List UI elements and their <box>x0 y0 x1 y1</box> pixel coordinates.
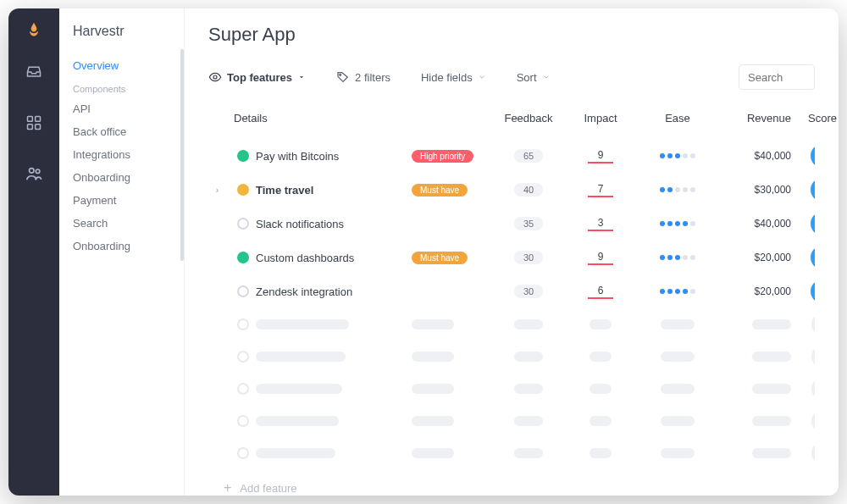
skeleton-row <box>208 308 815 341</box>
logo-icon[interactable] <box>25 20 43 39</box>
priority-tag: Must have <box>412 252 468 264</box>
add-feature-label: Add feature <box>240 482 296 495</box>
status-dot <box>237 252 249 263</box>
feedback-count: 65 <box>514 149 543 163</box>
revenue-value: $40,000 <box>718 150 791 162</box>
score-badge: 79 <box>811 246 815 269</box>
ease-rating <box>660 289 695 294</box>
skeleton-row <box>208 373 815 405</box>
search-box <box>739 64 815 90</box>
hide-fields-button[interactable]: Hide fields <box>421 71 486 84</box>
ease-rating <box>660 187 695 192</box>
col-feedback: Feedback <box>498 112 559 125</box>
table-header: Details Feedback Impact Ease Revenue Sco… <box>208 102 815 134</box>
status-dot <box>237 184 249 196</box>
status-dot <box>237 285 249 297</box>
table-row[interactable]: Pay with BitcoinsHigh priority659$40,000… <box>208 139 815 173</box>
sort-label: Sort <box>517 71 537 84</box>
score-badge: 84 <box>811 212 815 235</box>
nav-item[interactable]: Onboarding <box>59 235 184 258</box>
search-input[interactable] <box>739 64 815 90</box>
main-area: Super App Top features 2 filters Hide fi… <box>185 8 839 496</box>
filters-label: 2 filters <box>355 71 390 84</box>
svg-point-7 <box>340 74 341 75</box>
score-badge: 90 <box>811 178 815 202</box>
svg-point-6 <box>213 75 217 79</box>
svg-rect-0 <box>28 117 33 122</box>
app-frame: Harvestr Overview Components APIBack off… <box>8 8 839 496</box>
sidebar: Harvestr Overview Components APIBack off… <box>59 8 185 496</box>
table-row[interactable]: Zendesk integration306$20,00070 <box>208 274 815 308</box>
col-revenue: Revenue <box>718 112 791 125</box>
tag-icon <box>336 70 350 84</box>
nav-item[interactable]: Back office <box>59 120 184 143</box>
table-row[interactable]: Slack notifications353$40,00084 <box>208 207 815 241</box>
priority-tag: High priority <box>412 150 473 163</box>
caret-down-icon <box>297 73 306 81</box>
svg-rect-2 <box>28 125 33 130</box>
col-details: Details <box>208 112 407 125</box>
nav-item[interactable]: Payment <box>59 189 184 212</box>
add-feature-button[interactable]: + Add feature <box>208 472 815 496</box>
view-selector[interactable]: Top features <box>208 70 306 84</box>
filters-button[interactable]: 2 filters <box>336 70 390 84</box>
impact-value: 7 <box>588 183 613 197</box>
toolbar: Top features 2 filters Hide fields Sort <box>208 64 815 90</box>
score-badge: 70 <box>811 280 815 303</box>
impact-value: 6 <box>588 285 613 299</box>
impact-value: 3 <box>588 217 613 231</box>
nav-item[interactable]: Onboarding <box>59 166 184 189</box>
table-row[interactable]: ›Time travelMust have407$30,00090 <box>208 173 815 207</box>
impact-value: 9 <box>588 149 613 163</box>
table-body: Pay with BitcoinsHigh priority659$40,000… <box>208 139 815 472</box>
nav-item[interactable]: API <box>59 97 184 120</box>
feature-name: Pay with Bitcoins <box>256 150 407 163</box>
skeleton-row <box>208 341 815 373</box>
sort-button[interactable]: Sort <box>517 71 551 84</box>
sidebar-scrollbar[interactable] <box>180 49 184 261</box>
ease-rating <box>660 255 695 260</box>
score-badge: 95 <box>811 144 815 168</box>
nav-overview[interactable]: Overview <box>59 54 184 77</box>
skeleton-row <box>208 405 815 437</box>
col-ease: Ease <box>642 112 713 125</box>
chevron-down-icon <box>478 73 486 81</box>
grid-icon[interactable] <box>25 114 43 132</box>
people-icon[interactable] <box>25 164 43 183</box>
col-impact: Impact <box>564 112 637 125</box>
svg-rect-3 <box>36 125 41 130</box>
feedback-count: 40 <box>514 183 543 197</box>
revenue-value: $30,000 <box>718 184 791 196</box>
nav-item[interactable]: Search <box>59 212 184 235</box>
feedback-count: 35 <box>514 217 543 230</box>
expand-chevron-icon[interactable]: › <box>208 186 219 195</box>
page-title: Super App <box>208 24 815 46</box>
icon-rail <box>8 8 59 496</box>
feature-name: Slack notifications <box>256 218 407 230</box>
view-label: Top features <box>227 71 292 84</box>
status-dot <box>237 150 249 162</box>
inbox-icon[interactable] <box>25 63 43 81</box>
col-score: Score <box>796 112 839 125</box>
revenue-value: $20,000 <box>718 285 791 297</box>
feedback-count: 30 <box>514 251 543 264</box>
revenue-value: $20,000 <box>718 252 791 263</box>
hide-fields-label: Hide fields <box>421 71 473 84</box>
feature-name: Custom dashboards <box>256 252 407 264</box>
nav-item[interactable]: Integrations <box>59 143 184 166</box>
svg-point-4 <box>30 169 35 174</box>
ease-rating <box>660 221 695 226</box>
impact-value: 9 <box>588 251 613 265</box>
revenue-value: $40,000 <box>718 218 791 230</box>
plus-icon: + <box>224 480 231 496</box>
table-row[interactable]: Custom dashboardsMust have309$20,00079 <box>208 241 815 274</box>
skeleton-row <box>208 437 815 469</box>
svg-rect-1 <box>36 117 41 122</box>
priority-tag: Must have <box>412 184 468 197</box>
eye-icon <box>208 70 222 84</box>
feature-name: Zendesk integration <box>256 285 407 298</box>
feedback-count: 30 <box>514 285 543 298</box>
ease-rating <box>660 153 695 158</box>
brand-name: Harvestr <box>59 24 184 54</box>
status-dot <box>237 218 249 230</box>
